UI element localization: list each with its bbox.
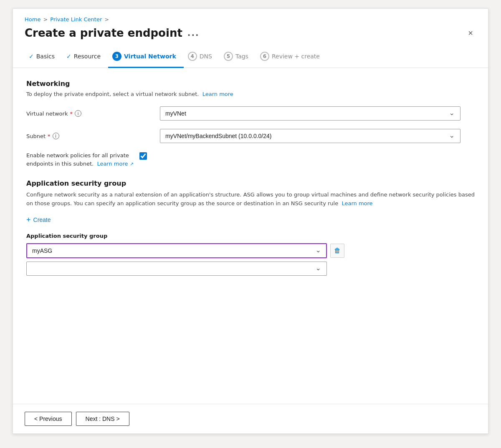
asg-section: Application security group Configure net… (26, 179, 475, 276)
next-dns-button[interactable]: Next : DNS > (76, 412, 129, 426)
subnet-label: Subnet * i (26, 133, 160, 139)
page-title: Create a private endpoint ... (25, 27, 200, 39)
panel-header: Home > Private Link Center > Create a pr… (13, 9, 488, 39)
main-content: Networking To deploy the private endpoin… (13, 68, 488, 404)
subnet-required-star: * (48, 133, 51, 139)
tab-basics[interactable]: ✓ Basics (25, 49, 62, 67)
asg-section-title: Application security group (26, 179, 475, 187)
trash-icon: 🗑 (334, 247, 341, 254)
virtual-network-row: Virtual network * i myVNet (26, 106, 475, 121)
title-ellipsis-btn[interactable]: ... (187, 28, 200, 38)
tab-resource[interactable]: ✓ Resource (62, 49, 108, 67)
main-panel: Home > Private Link Center > Create a pr… (13, 8, 488, 434)
subnet-info-icon[interactable]: i (53, 133, 59, 139)
plus-icon: + (26, 216, 31, 224)
networking-section-title: Networking (26, 80, 475, 88)
breadcrumb: Home > Private Link Center > (25, 16, 476, 23)
subnet-select[interactable]: myVNet/myBackendSubnet (10.0.0.0/24) (160, 129, 461, 143)
asg-create-button[interactable]: + Create (26, 216, 51, 224)
tab-virtual-network-circle: 3 (112, 52, 121, 61)
virtual-network-info-icon[interactable]: i (75, 110, 81, 117)
asg-select-2[interactable] (26, 262, 327, 276)
tab-basics-label: Basics (36, 53, 55, 60)
network-policies-text2: endpoints in this subnet. (26, 161, 94, 167)
tab-tags-label: Tags (235, 53, 248, 60)
asg-create-label: Create (33, 216, 51, 223)
tab-dns-label: DNS (200, 53, 212, 60)
breadcrumb-sep2: > (104, 16, 109, 23)
asg-select-wrapper-2 (26, 262, 327, 276)
subnet-row: Subnet * i myVNet/myBackendSubnet (10.0.… (26, 129, 475, 143)
asg-delete-button-1[interactable]: 🗑 (330, 244, 344, 258)
asg-select-1[interactable]: myASG (26, 243, 327, 258)
virtual-network-control: myVNet (160, 106, 461, 121)
tab-review-circle: 6 (260, 52, 269, 61)
panel-footer: < Previous Next : DNS > (13, 404, 488, 433)
networking-description: To deploy the private endpoint, select a… (26, 91, 475, 97)
tab-tags-circle: 5 (224, 52, 233, 61)
asg-row-2 (26, 262, 475, 276)
virtual-network-select-wrapper: myVNet (160, 106, 461, 121)
network-policies-text1: Enable network policies for all private (26, 152, 129, 159)
breadcrumb-home[interactable]: Home (25, 16, 40, 23)
asg-description: Configure network security as a natural … (26, 191, 475, 208)
subnet-control: myVNet/myBackendSubnet (10.0.0.0/24) (160, 129, 461, 143)
networking-learn-more-link[interactable]: Learn more (202, 91, 233, 97)
tab-dns-circle: 4 (188, 52, 197, 61)
tab-review-create-label: Review + create (272, 53, 320, 60)
page-title-text: Create a private endpoint (25, 27, 182, 39)
title-row: Create a private endpoint ... × (25, 27, 476, 39)
network-policies-checkbox[interactable] (139, 152, 147, 160)
tab-review-create[interactable]: 6 Review + create (256, 48, 327, 68)
breadcrumb-private-link[interactable]: Private Link Center (50, 16, 102, 23)
asg-learn-more-link[interactable]: Learn more (342, 200, 372, 206)
tab-resource-check-icon: ✓ (66, 53, 71, 60)
tab-resource-label: Resource (74, 53, 101, 60)
network-policies-learn-more-link[interactable]: Learn more (97, 161, 128, 167)
subnet-select-wrapper: myVNet/myBackendSubnet (10.0.0.0/24) (160, 129, 461, 143)
previous-button[interactable]: < Previous (25, 412, 72, 426)
asg-select-wrapper-1: myASG (26, 243, 327, 258)
external-link-icon: ↗ (130, 161, 134, 167)
tab-tags[interactable]: 5 Tags (220, 48, 256, 68)
tab-dns[interactable]: 4 DNS (184, 48, 220, 68)
tab-basics-check-icon: ✓ (29, 53, 34, 60)
network-policies-row: Enable network policies for all private … (26, 151, 475, 168)
tabs-row: ✓ Basics ✓ Resource 3 Virtual Network 4 … (13, 39, 488, 68)
asg-row-1: myASG 🗑 (26, 243, 475, 258)
tab-virtual-network-label: Virtual Network (124, 53, 176, 60)
breadcrumb-sep1: > (43, 16, 48, 23)
virtual-network-label: Virtual network * i (26, 110, 160, 117)
virtual-network-select[interactable]: myVNet (160, 106, 461, 121)
close-button[interactable]: × (465, 27, 476, 39)
asg-sub-title: Application security group (26, 233, 475, 239)
tab-virtual-network[interactable]: 3 Virtual Network (108, 48, 184, 68)
network-policies-label: Enable network policies for all private … (26, 151, 134, 168)
virtual-network-required-star: * (70, 111, 73, 117)
